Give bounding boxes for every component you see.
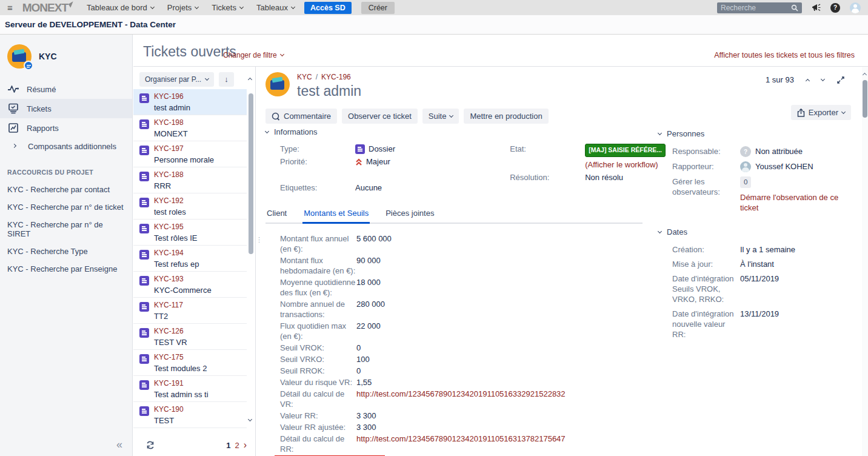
dates-section-header[interactable]: Dates xyxy=(658,227,868,236)
list-scrollbar-thumb[interactable] xyxy=(249,93,253,254)
search-box[interactable] xyxy=(717,2,802,13)
previous-ticket-icon[interactable] xyxy=(806,78,810,82)
list-scrollbar[interactable] xyxy=(248,69,254,432)
integration-date-value: 05/11/2019 xyxy=(740,273,868,304)
integration-date-field: Date d'intégration Seuils VROK, VRKO, RR… xyxy=(672,273,868,304)
ticket-list-item[interactable]: KYC-198 MONEXT xyxy=(133,115,247,141)
tab[interactable]: Pièces jointes xyxy=(384,209,435,224)
menu-item[interactable]: Projets xyxy=(167,3,198,12)
hamburger-menu-icon[interactable]: ≡ xyxy=(7,2,13,13)
menu-item[interactable]: Tickets xyxy=(212,3,243,12)
ticket-list-item[interactable]: KYC-193 KYC-Commerce xyxy=(133,272,247,298)
tab[interactable]: Client xyxy=(265,209,288,224)
ticket-list-item[interactable]: KYC-196 test admin xyxy=(133,89,247,115)
pagination-next-icon[interactable]: › xyxy=(244,441,247,449)
ticket-list-item[interactable]: KYC-191 Test admin ss ti xyxy=(133,376,247,402)
tab[interactable]: Montants et Seuils xyxy=(302,209,370,224)
menu-item[interactable]: Tableaux de bord xyxy=(87,3,154,12)
menu-item[interactable]: Tableaux xyxy=(256,3,295,12)
comment-button[interactable]: Commentaire xyxy=(265,109,337,124)
issue-type-dossier-icon xyxy=(139,172,149,181)
field-label: Valeur du risque VR: xyxy=(280,377,356,387)
acces-sd-button[interactable]: Accès SD xyxy=(304,2,352,14)
sort-direction-button[interactable]: ↓ xyxy=(219,72,234,87)
ticket-list-item[interactable]: KYC-188 RRR xyxy=(133,167,247,193)
start-watching-link[interactable]: Démarre l'observation de ce ticket xyxy=(740,192,855,213)
page-scrollbar[interactable] xyxy=(862,67,868,456)
export-icon xyxy=(797,109,805,117)
ticket-list-item[interactable]: KYC-175 Test modules 2 xyxy=(133,350,247,376)
scroll-down-icon[interactable] xyxy=(248,417,252,421)
expand-icon[interactable] xyxy=(836,76,845,84)
ticket-summary: test admin xyxy=(154,103,190,112)
shortcut-link[interactable]: KYC - Recherche par n° de ticket xyxy=(0,198,132,216)
create-button[interactable]: Créer xyxy=(361,2,395,14)
reporter-value[interactable]: Youssef KOHEN xyxy=(755,161,813,172)
ticket-list-item[interactable]: KYC-194 Test refus ep xyxy=(133,246,247,272)
ticket-list-item[interactable]: KYC-190 TEST xyxy=(133,402,247,428)
show-workflow-link[interactable]: (Afficher le workflow) xyxy=(585,159,658,170)
show-all-filters-link[interactable]: Afficher toutes les tickets et tous les … xyxy=(714,51,855,59)
watch-ticket-button[interactable]: Observer ce ticket xyxy=(342,109,418,124)
shortcut-link[interactable]: KYC - Recherche par contact xyxy=(0,181,132,198)
ticket-texts: KYC-126 TEST VR xyxy=(154,327,187,346)
workflow-row: (Afficher le workflow) xyxy=(510,159,666,170)
breadcrumb-project-link[interactable]: KYC xyxy=(297,73,312,81)
pager-controls: 1 sur 93 xyxy=(766,75,845,84)
chevron-down-icon xyxy=(291,4,295,8)
transition-button[interactable]: Mettre en production xyxy=(464,109,548,124)
organize-by-dropdown[interactable]: Organiser par P... xyxy=(139,72,214,87)
announcements-icon[interactable] xyxy=(812,4,821,12)
ticket-key: KYC-192 xyxy=(154,197,186,205)
ticket-summary: TEST xyxy=(154,416,184,425)
comment-bubble-icon xyxy=(272,112,280,121)
updated-field: Mise à jour: À l'instant xyxy=(672,259,868,269)
collapse-sidebar-icon[interactable]: « xyxy=(116,438,122,451)
search-input[interactable] xyxy=(721,4,789,12)
next-ticket-icon[interactable] xyxy=(821,76,825,81)
shortcuts-header: RACCOURCIS DU PROJET xyxy=(7,169,125,176)
pagination-page-2[interactable]: 2 xyxy=(235,441,239,450)
breadcrumb-ticket-link[interactable]: KYC-196 xyxy=(321,73,351,81)
scroll-up-icon[interactable] xyxy=(863,73,867,77)
scroll-up-icon[interactable] xyxy=(248,78,252,82)
export-button[interactable]: Exporter xyxy=(791,105,851,120)
ticket-summary: KYC-Commerce xyxy=(154,286,212,295)
labels-label: Etiquettes: xyxy=(280,183,355,193)
shortcut-link[interactable]: KYC - Recherche par Enseigne xyxy=(0,260,132,278)
priority-label: Priorité: xyxy=(280,156,355,167)
sidebar-item-rapports[interactable]: Rapports xyxy=(0,118,132,138)
menu-item-label: Projets xyxy=(167,3,192,12)
monext-logo[interactable]: MONEXT xyxy=(22,2,75,13)
change-filter-link[interactable]: Changer de filtre xyxy=(223,51,284,59)
refresh-icon[interactable] xyxy=(145,440,155,450)
sidebar-item-composants-additionnels[interactable]: Composants additionnels xyxy=(0,138,132,155)
ticket-list-item[interactable]: KYC-117 TT2 xyxy=(133,298,247,324)
ticket-list-item[interactable]: KYC-192 test roles xyxy=(133,193,247,220)
application-window: ≡ MONEXT Tableaux de bord Projets Ticket… xyxy=(0,0,868,456)
people-section-header[interactable]: Personnes xyxy=(658,129,868,138)
more-actions-button[interactable]: Suite xyxy=(422,109,459,124)
pagination-page-1[interactable]: 1 xyxy=(226,441,230,450)
help-icon[interactable]: ? xyxy=(830,3,840,13)
ticket-list-item[interactable]: KYC-126 TEST VR xyxy=(133,324,247,350)
shortcut-link[interactable]: KYC - Recherche Type xyxy=(0,243,132,260)
field-value: 100 xyxy=(356,354,370,364)
ticket-list-item[interactable]: KYC-195 Test rôles IE xyxy=(133,220,247,246)
ticket-summary: Personne morale xyxy=(154,155,214,164)
project-header[interactable]: KYC xyxy=(0,35,132,75)
panel-resize-grip[interactable]: ⋮ xyxy=(256,238,258,241)
shortcut-link[interactable]: KYC - Recherche par n° de SIRET xyxy=(0,216,132,243)
ticket-summary: TT2 xyxy=(154,312,183,321)
page-scrollbar-thumb[interactable] xyxy=(863,80,867,118)
assignee-field: Responsable: ? Non attribuée xyxy=(672,146,868,157)
ticket-texts: KYC-117 TT2 xyxy=(154,301,183,320)
sidebar-item-tickets[interactable]: Tickets xyxy=(0,99,132,118)
reporter-avatar xyxy=(740,161,751,172)
user-avatar[interactable] xyxy=(850,2,861,13)
sidebar-item-resume[interactable]: Résumé xyxy=(0,79,132,99)
breadcrumb: KYC / KYC-196 xyxy=(297,73,361,81)
menu-item-label: Tickets xyxy=(212,3,236,12)
informations-section-header[interactable]: Informations xyxy=(265,127,666,136)
ticket-list-item[interactable]: KYC-197 Personne morale xyxy=(133,141,247,167)
